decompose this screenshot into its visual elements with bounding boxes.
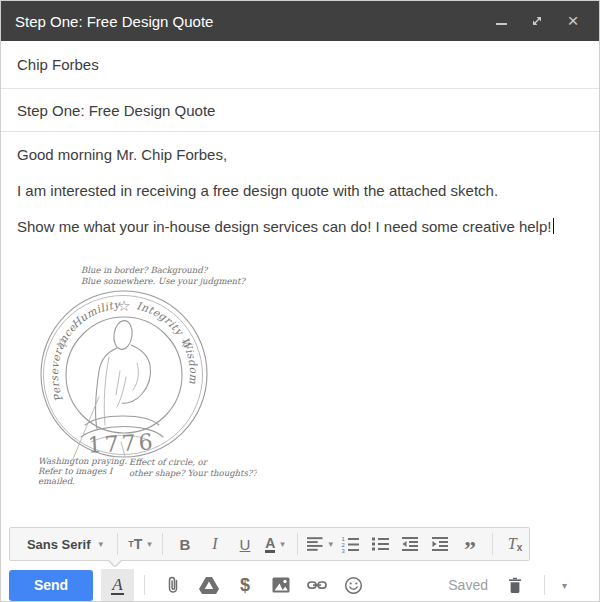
svg-text:Refer to images I: Refer to images I [38,466,114,476]
svg-text:3: 3 [342,548,346,553]
sketch-note-right: Effect of circle, or other shape? Your t… [129,457,257,478]
bold-button[interactable]: B [172,530,198,558]
dollar-icon: $ [240,575,250,596]
body-paragraph: Good morning Mr. Chip Forbes, [17,145,583,164]
attached-sketch-image[interactable]: Blue in border? Background? Blue somewhe… [17,253,257,489]
insert-emoji-button[interactable] [335,569,371,601]
compose-window: Step One: Free Design Quote × Chip Forbe… [0,0,600,602]
body-paragraph: Show me what your in-house design servic… [17,217,583,236]
body-paragraph: I am interested in receiving a free desi… [17,181,583,200]
underline-button[interactable]: U [232,530,258,558]
align-button[interactable]: ▾ [307,530,333,558]
indent-more-icon [432,536,449,552]
svg-text:emailed.: emailed. [38,476,75,486]
formatting-options-button[interactable]: A [101,569,134,601]
italic-button[interactable]: I [202,530,228,558]
svg-text:Washington praying.: Washington praying. [38,456,127,466]
numbered-list-button[interactable]: 1 2 3 [337,530,363,558]
indent-less-icon [402,536,419,552]
trash-icon [508,577,522,594]
recipient-field[interactable]: Chip Forbes [1,41,599,89]
numbered-list-icon: 1 2 3 [341,536,359,553]
attach-files-button[interactable] [155,569,191,601]
saved-status: Saved [448,577,488,593]
recipient-value: Chip Forbes [17,56,99,73]
quote-button[interactable]: ” [457,530,483,558]
chevron-down-icon: ▾ [328,539,333,549]
insert-photo-button[interactable] [263,569,299,601]
insert-link-button[interactable] [299,569,335,601]
insert-drive-file-button[interactable] [191,569,227,601]
bulleted-list-button[interactable] [367,530,393,558]
chevron-down-icon: ▾ [147,539,152,549]
send-money-button[interactable]: $ [227,569,263,601]
font-family-select[interactable]: Sans Serif ▾ [22,530,108,558]
font-size-button[interactable]: TT ▾ [127,530,153,558]
subject-value: Step One: Free Design Quote [17,102,215,119]
chevron-down-icon: ▾ [99,539,104,549]
chevron-down-icon: ▾ [280,539,285,549]
compose-title: Step One: Free Design Quote [15,13,213,30]
smiley-icon [344,576,363,595]
sketch-note-left: Washington praying. Refer to images I em… [38,456,127,486]
more-options-icon[interactable]: ▾ [562,580,567,591]
minimize-icon[interactable] [493,13,509,29]
compose-titlebar: Step One: Free Design Quote × [1,1,599,41]
svg-text:☆: ☆ [117,297,130,315]
text-cursor [553,218,554,234]
sketch-note-top: Blue in border? Background? [81,265,209,275]
subject-field[interactable]: Step One: Free Design Quote [1,89,599,132]
popout-icon[interactable] [529,13,545,29]
remove-formatting-button[interactable]: Tx [502,530,528,558]
align-left-icon [307,536,323,552]
photo-icon [272,577,290,593]
discard-draft-button[interactable] [503,569,527,601]
svg-text:Effect of circle, or: Effect of circle, or [129,457,209,467]
send-button[interactable]: Send [9,570,93,601]
paperclip-icon [165,576,181,595]
svg-text:Blue somewhere. Use your judgm: Blue somewhere. Use your judgment? [81,276,246,286]
drive-icon [199,577,219,594]
text-color-button[interactable]: A ▾ [262,530,288,558]
svg-text:Humility: Humility [69,298,122,330]
draft-status-group: Saved ▾ [448,569,599,601]
close-icon[interactable]: × [565,13,581,29]
formatting-toolbar: Sans Serif ▾ TT ▾ B I U A ▾ ▾ 1 2 [9,527,530,561]
indent-less-button[interactable] [397,530,423,558]
bulleted-list-icon [371,536,389,552]
quote-icon: ” [464,544,476,554]
indent-more-button[interactable] [427,530,453,558]
svg-text:other shape? Your thoughts??: other shape? Your thoughts?? [129,468,257,478]
window-controls: × [493,13,585,29]
link-icon [307,580,327,591]
compose-actions-bar: Send A $ [1,567,599,602]
message-body[interactable]: Good morning Mr. Chip Forbes, I am inter… [1,132,599,489]
